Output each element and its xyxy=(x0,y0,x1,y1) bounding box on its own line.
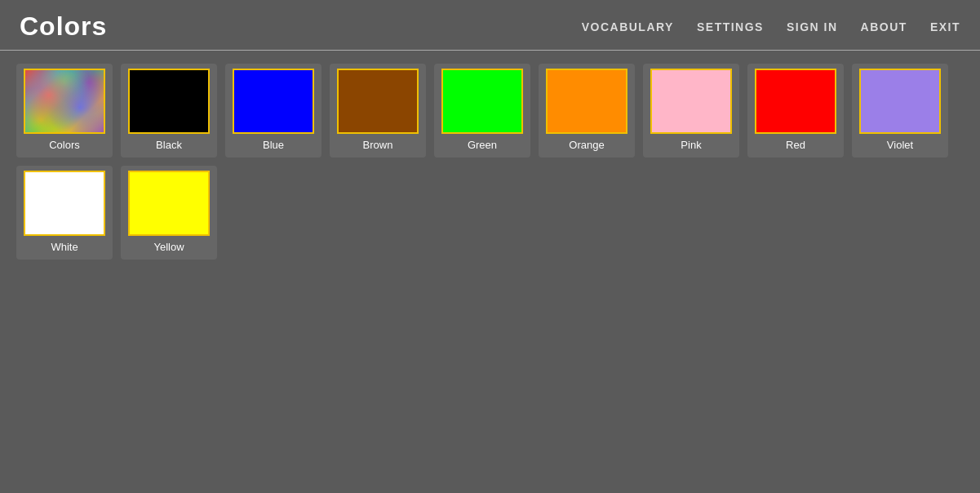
color-label-pink: Pink xyxy=(681,139,701,151)
color-card-orange[interactable]: Orange xyxy=(539,64,635,158)
nav-settings[interactable]: SETTINGS xyxy=(697,20,764,33)
color-card-violet[interactable]: Violet xyxy=(852,64,948,158)
color-label-yellow: Yellow xyxy=(153,241,184,253)
color-label-green: Green xyxy=(468,139,497,151)
color-card-blue[interactable]: Blue xyxy=(225,64,321,158)
color-swatch-violet xyxy=(859,69,941,134)
nav-vocabulary[interactable]: VOCABULARY xyxy=(582,20,674,33)
nav-exit[interactable]: EXIT xyxy=(930,20,960,33)
color-swatch-orange xyxy=(546,69,627,134)
color-label-orange: Orange xyxy=(569,139,604,151)
color-swatch-white xyxy=(24,171,105,236)
color-card-brown[interactable]: Brown xyxy=(330,64,426,158)
app-header: Colors VOCABULARY SETTINGS SIGN IN ABOUT… xyxy=(0,0,980,51)
color-label-brown: Brown xyxy=(363,139,393,151)
color-swatch-brown xyxy=(337,69,419,134)
color-swatch-green xyxy=(441,69,523,134)
nav-sign-in[interactable]: SIGN IN xyxy=(787,20,838,33)
color-swatch-yellow xyxy=(128,171,210,236)
app-title: Colors xyxy=(20,11,107,42)
color-card-green[interactable]: Green xyxy=(434,64,530,158)
color-label-black: Black xyxy=(156,139,182,151)
color-card-white[interactable]: White xyxy=(16,166,113,260)
color-card-yellow[interactable]: Yellow xyxy=(121,166,217,260)
color-card-pink[interactable]: Pink xyxy=(643,64,739,158)
color-swatch-colors xyxy=(24,69,105,134)
color-swatch-red xyxy=(755,69,836,134)
color-label-white: White xyxy=(51,241,78,253)
color-label-violet: Violet xyxy=(887,139,913,151)
color-card-colors[interactable]: Colors xyxy=(16,64,113,158)
color-label-blue: Blue xyxy=(263,139,284,151)
color-grid: ColorsBlackBlueBrownGreenOrangePinkRedVi… xyxy=(0,51,980,273)
color-swatch-blue xyxy=(233,69,314,134)
nav-about[interactable]: ABOUT xyxy=(861,20,907,33)
main-nav: VOCABULARY SETTINGS SIGN IN ABOUT EXIT xyxy=(582,20,960,33)
color-swatch-pink xyxy=(650,69,732,134)
color-card-black[interactable]: Black xyxy=(121,64,217,158)
color-label-colors: Colors xyxy=(49,139,80,151)
color-card-red[interactable]: Red xyxy=(747,64,844,158)
color-swatch-black xyxy=(128,69,210,134)
color-label-red: Red xyxy=(786,139,805,151)
